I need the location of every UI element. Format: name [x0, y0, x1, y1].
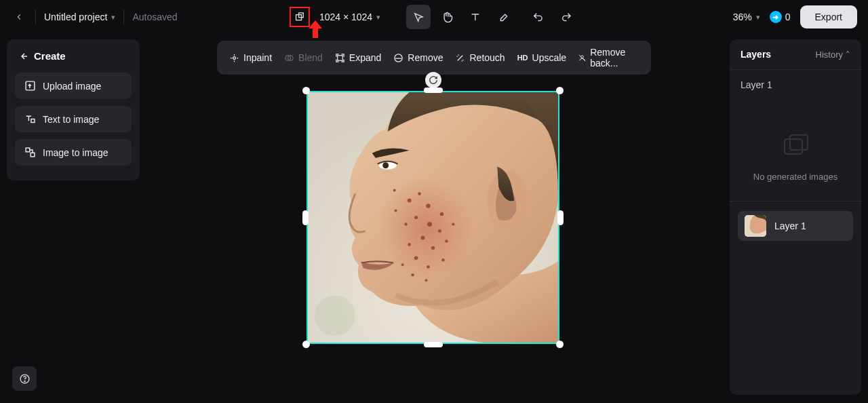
svg-rect-6	[31, 153, 35, 157]
empty-images-icon	[781, 132, 810, 159]
tool-group	[406, 5, 516, 29]
expand-label: Expand	[349, 52, 381, 63]
retouch-label: Retouch	[469, 52, 505, 63]
top-bar: Untitled project ▾ Autosaved 1024 × 1024…	[0, 0, 868, 34]
svg-point-39	[425, 279, 428, 282]
refresh-icon	[429, 75, 438, 85]
right-panel-header: Layers History ˄	[730, 39, 861, 70]
upload-icon	[24, 80, 36, 92]
undo-button[interactable]	[526, 5, 550, 29]
canvas-dimensions-dropdown[interactable]: 1024 × 1024 ▾	[319, 12, 380, 22]
pointer-tool[interactable]	[406, 5, 431, 29]
svg-point-33	[401, 263, 404, 266]
svg-point-23	[414, 216, 418, 219]
create-panel: Create Upload image Text to image Image …	[7, 39, 140, 180]
blend-button: Blend	[284, 52, 323, 63]
svg-point-32	[414, 256, 418, 261]
create-heading-text: Create	[34, 50, 66, 62]
svg-point-22	[426, 204, 430, 208]
project-title: Untitled project	[44, 12, 107, 22]
remove-icon	[393, 53, 403, 63]
text-to-image-icon	[24, 113, 36, 125]
svg-point-18	[382, 162, 389, 168]
context-toolbar: Inpaint Blend Expand Remove Retouch HD U…	[217, 41, 651, 75]
inpaint-button[interactable]: Inpaint	[229, 52, 272, 63]
text-to-image-label: Text to image	[43, 114, 99, 125]
resize-handle-top[interactable]	[424, 88, 443, 93]
layers-tab[interactable]: Layers	[741, 49, 771, 60]
resize-handle-right[interactable]	[557, 210, 564, 225]
resize-handle-tl[interactable]	[302, 87, 310, 94]
credits-indicator[interactable]: ➜ 0	[770, 11, 791, 23]
redo-button[interactable]	[554, 5, 578, 29]
svg-point-35	[441, 258, 445, 262]
inpaint-label: Inpaint	[243, 52, 272, 63]
svg-point-20	[408, 199, 412, 203]
top-center-tools: 1024 × 1024 ▾	[290, 0, 578, 34]
remove-label: Remove	[408, 52, 443, 63]
svg-point-29	[408, 243, 411, 246]
canvas-size-button[interactable]	[290, 7, 310, 27]
remove-button[interactable]: Remove	[393, 52, 443, 63]
top-right: 36% ▾ ➜ 0 Export	[733, 5, 857, 28]
chevron-up-icon: ˄	[846, 50, 850, 60]
right-panel: Layers History ˄ Layer 1 No generated im…	[730, 39, 861, 395]
history-tab-label: History	[816, 50, 843, 60]
hd-badge: HD	[517, 54, 528, 62]
text-tool[interactable]	[463, 5, 488, 29]
image-to-image-button[interactable]: Image to image	[15, 139, 132, 166]
image-to-image-label: Image to image	[43, 147, 108, 158]
chevron-down-icon: ▾	[111, 13, 115, 22]
divider	[123, 9, 124, 24]
credits-icon: ➜	[770, 11, 782, 23]
hand-tool[interactable]	[435, 5, 459, 29]
svg-point-36	[395, 210, 397, 212]
image-to-image-icon	[24, 147, 36, 158]
upload-image-button[interactable]: Upload image	[15, 73, 132, 99]
layer-item-name: Layer 1	[774, 220, 806, 231]
remove-background-button[interactable]: Remove back...	[578, 47, 639, 69]
upload-image-label: Upload image	[43, 81, 101, 92]
create-heading[interactable]: Create	[15, 47, 132, 63]
canvas-image[interactable]	[307, 91, 559, 344]
inpaint-icon	[229, 53, 239, 63]
svg-point-25	[427, 222, 432, 227]
svg-point-14	[315, 295, 355, 336]
history-group	[526, 5, 578, 29]
blend-icon	[284, 53, 294, 63]
zoom-value: 36%	[733, 12, 752, 22]
help-button[interactable]	[12, 366, 37, 391]
canvas-selection[interactable]	[307, 91, 559, 344]
brush-tool[interactable]	[492, 5, 516, 29]
svg-point-19	[379, 177, 474, 279]
expand-button[interactable]: Expand	[335, 52, 381, 63]
resize-handle-tr[interactable]	[556, 87, 564, 94]
svg-point-40	[393, 189, 396, 192]
retouch-button[interactable]: Retouch	[455, 52, 505, 63]
help-icon	[19, 373, 31, 385]
back-button[interactable]	[11, 9, 27, 25]
blend-label: Blend	[298, 52, 323, 63]
layer-item[interactable]: Layer 1	[738, 211, 853, 241]
svg-point-28	[421, 235, 425, 239]
divider	[35, 9, 36, 24]
resize-handle-left[interactable]	[302, 210, 309, 225]
credits-value: 0	[785, 12, 791, 22]
current-layer-name: Layer 1	[730, 70, 861, 94]
svg-point-45	[24, 381, 24, 381]
svg-rect-4	[31, 119, 35, 123]
upscale-button[interactable]: HD Upscale	[517, 52, 566, 63]
canvas-dimensions: 1024 × 1024	[319, 12, 372, 22]
zoom-dropdown[interactable]: 36% ▾	[733, 12, 760, 22]
export-button[interactable]: Export	[800, 5, 857, 28]
remove-bg-label: Remove back...	[590, 47, 639, 69]
svg-rect-42	[790, 135, 808, 150]
resize-handle-bl[interactable]	[302, 341, 310, 348]
resize-handle-bottom[interactable]	[424, 342, 443, 347]
regenerate-button[interactable]	[425, 72, 441, 88]
resize-handle-br[interactable]	[556, 341, 564, 348]
project-title-dropdown[interactable]: Untitled project ▾	[44, 12, 115, 22]
history-tab[interactable]: History ˄	[816, 50, 850, 60]
expand-icon	[335, 53, 345, 63]
text-to-image-button[interactable]: Text to image	[15, 106, 132, 132]
